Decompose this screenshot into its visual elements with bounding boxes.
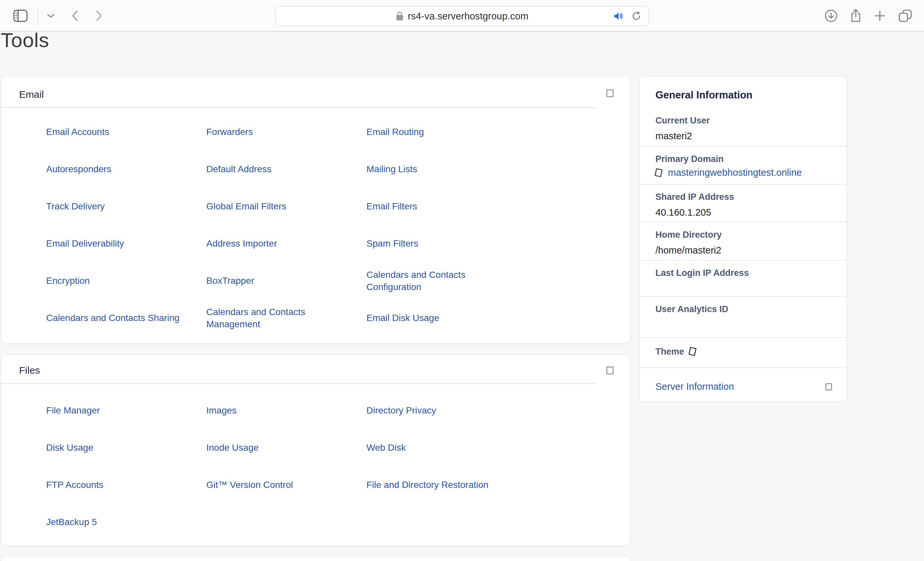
link-file-directory-restoration[interactable]: File and Directory Restoration: [366, 479, 513, 491]
user-analytics-id-label: User Analytics ID: [656, 304, 728, 314]
home-directory-value: /home/masteri2: [656, 245, 722, 256]
link-email-disk-usage[interactable]: Email Disk Usage: [366, 312, 513, 324]
link-email-filters[interactable]: Email Filters: [366, 200, 513, 212]
home-directory-label: Home Directory: [656, 230, 722, 240]
link-images[interactable]: Images: [206, 404, 353, 416]
last-login-ip-label: Last Login IP Address: [656, 268, 749, 278]
current-user-label: Current User: [656, 115, 710, 126]
theme-copy-icon[interactable]: [688, 346, 697, 357]
new-tab-icon[interactable]: [874, 10, 886, 22]
general-information-panel: General Information Current User masteri…: [639, 76, 847, 402]
link-calendars-contacts-configuration[interactable]: Calendars and Contacts Configuration: [366, 269, 513, 293]
email-section-card: Email Email Accounts Forwarders Email Ro…: [2, 76, 630, 343]
share-icon[interactable]: [850, 9, 861, 23]
toolbar-right-group: [825, 0, 912, 31]
link-global-email-filters[interactable]: Global Email Filters: [206, 200, 353, 212]
toolbar-left-group: [13, 0, 103, 31]
link-forwarders[interactable]: Forwarders: [206, 126, 353, 138]
general-info-title: General Information: [656, 89, 753, 101]
audio-speaker-icon[interactable]: [614, 12, 624, 21]
primary-domain-link[interactable]: masteringwebhostingtest.online: [668, 167, 802, 178]
link-spam-filters[interactable]: Spam Filters: [366, 237, 513, 250]
browser-toolbar: rs4-va.serverhostgroup.com: [0, 0, 924, 31]
last-login-ip-row: Last Login IP Address: [640, 260, 846, 296]
address-bar[interactable]: rs4-va.serverhostgroup.com: [275, 6, 649, 26]
email-section-header: Email: [2, 76, 630, 107]
screen: rs4-va.serverhostgroup.com: [0, 0, 924, 561]
link-directory-privacy[interactable]: Directory Privacy: [366, 404, 513, 416]
forward-icon[interactable]: [96, 10, 103, 21]
sidebar-toggle-icon[interactable]: [13, 9, 28, 22]
downloads-icon[interactable]: [825, 9, 838, 22]
link-web-disk[interactable]: Web Disk: [366, 441, 513, 454]
files-collapse-toggle-icon[interactable]: [606, 367, 614, 374]
email-section-title: Email: [19, 89, 44, 100]
files-section-title: Files: [19, 365, 40, 376]
copy-icon[interactable]: [654, 168, 663, 178]
link-calendars-contacts-management[interactable]: Calendars and Contacts Management: [206, 306, 353, 330]
files-links-grid: File Manager Images Directory Privacy Di…: [2, 384, 630, 541]
current-user-value: masteri2: [656, 131, 692, 142]
next-section-card-partial: [2, 557, 630, 561]
theme-label: Theme: [656, 347, 684, 357]
link-email-accounts[interactable]: Email Accounts: [46, 126, 193, 138]
reload-icon[interactable]: [632, 11, 641, 21]
shared-ip-row: Shared IP Address 40.160.1.205: [640, 184, 846, 221]
email-collapse-toggle-icon[interactable]: [606, 89, 614, 97]
link-calendars-contacts-sharing[interactable]: Calendars and Contacts Sharing: [46, 312, 193, 324]
tab-overview-icon[interactable]: [898, 9, 912, 22]
files-section-card: Files File Manager Images Directory Priv…: [2, 355, 630, 545]
shared-ip-label: Shared IP Address: [656, 192, 734, 202]
link-default-address[interactable]: Default Address: [206, 163, 353, 175]
link-file-manager[interactable]: File Manager: [46, 404, 193, 416]
link-email-routing[interactable]: Email Routing: [366, 126, 513, 138]
chevron-down-icon[interactable]: [47, 13, 55, 18]
shared-ip-value: 40.160.1.205: [656, 207, 711, 218]
lock-icon: [396, 11, 404, 21]
server-information-link[interactable]: Server Information: [656, 381, 734, 392]
link-boxtrapper[interactable]: BoxTrapper: [206, 275, 353, 287]
link-encryption[interactable]: Encryption: [46, 275, 193, 287]
link-inode-usage[interactable]: Inode Usage: [206, 441, 353, 454]
link-autoresponders[interactable]: Autoresponders: [46, 163, 193, 175]
url-text: rs4-va.serverhostgroup.com: [408, 11, 528, 22]
link-track-delivery[interactable]: Track Delivery: [46, 200, 193, 212]
home-directory-row: Home Directory /home/masteri2: [640, 221, 846, 260]
back-icon[interactable]: [71, 10, 78, 21]
general-info-header-row: General Information Current User masteri…: [640, 77, 846, 146]
primary-domain-label: Primary Domain: [656, 154, 724, 164]
link-disk-usage[interactable]: Disk Usage: [46, 441, 193, 454]
link-ftp-accounts[interactable]: FTP Accounts: [46, 479, 193, 491]
primary-domain-row: Primary Domain masteringwebhostingtest.o…: [640, 146, 846, 184]
theme-row: Theme: [640, 337, 846, 367]
link-email-deliverability[interactable]: Email Deliverability: [46, 237, 193, 250]
server-information-expand-icon[interactable]: [825, 383, 832, 390]
toolbar-separator: [38, 9, 38, 23]
link-mailing-lists[interactable]: Mailing Lists: [366, 163, 513, 175]
link-address-importer[interactable]: Address Importer: [206, 237, 353, 250]
link-jetbackup5[interactable]: JetBackup 5: [46, 516, 193, 528]
page-title: Tools: [1, 28, 49, 52]
user-analytics-id-row: User Analytics ID: [640, 296, 846, 337]
server-information-row: Server Information: [640, 367, 846, 402]
link-git-version-control[interactable]: Git™ Version Control: [206, 479, 353, 491]
email-links-grid: Email Accounts Forwarders Email Routing …: [2, 108, 630, 337]
files-section-header: Files: [2, 355, 630, 383]
